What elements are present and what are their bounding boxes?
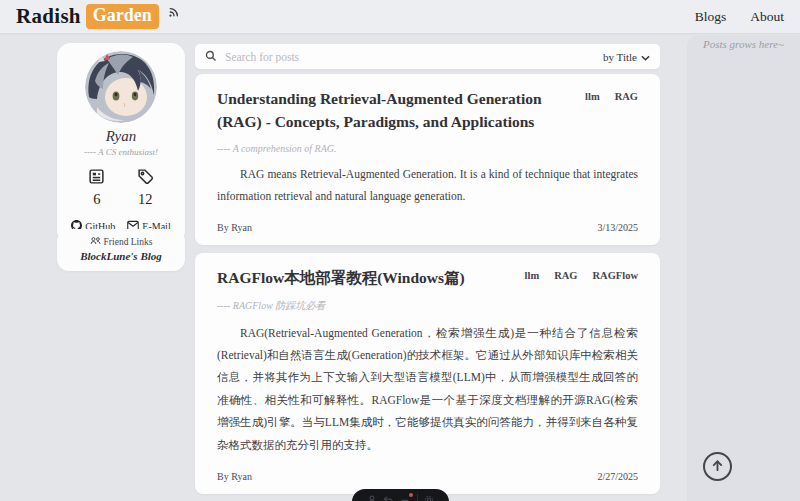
- search-icon: [205, 48, 217, 66]
- post-tag[interactable]: RAG: [554, 270, 577, 281]
- post-title[interactable]: RAGFlow本地部署教程(Windows篇): [217, 266, 465, 289]
- post-tag[interactable]: llm: [525, 270, 540, 281]
- nav-blogs[interactable]: Blogs: [695, 9, 727, 25]
- dock-settings-icon[interactable]: [424, 495, 434, 501]
- tags-count: 12: [138, 191, 153, 208]
- bottom-dock: [352, 489, 449, 501]
- post-excerpt: RAG means Retrieval-Augmented Generation…: [217, 163, 638, 208]
- profile-tagline: ---- A CS enthusiast!: [57, 147, 185, 157]
- notification-badge: [409, 493, 413, 497]
- post-subtitle: ---- A comprehension of RAG.: [217, 143, 638, 154]
- dock-user-icon[interactable]: [367, 495, 377, 501]
- rss-icon[interactable]: [168, 4, 180, 22]
- post-tags: llm RAG: [585, 87, 638, 102]
- sort-selector[interactable]: by Title: [603, 51, 650, 63]
- dock-notification-icon[interactable]: [400, 495, 410, 501]
- post-head: Understanding Retrieval-Augmented Genera…: [217, 87, 638, 134]
- post-footer: By Ryan 2/27/2025: [217, 471, 638, 482]
- dock-divider: [417, 494, 418, 501]
- search-input[interactable]: [225, 51, 603, 63]
- sort-label: by Title: [603, 51, 637, 63]
- post-excerpt: RAG(Retrieval-Augmented Generation，检索增强生…: [217, 322, 638, 457]
- profile-stats: 6 12: [57, 168, 185, 208]
- top-header: Radish Garden Blogs About: [0, 0, 800, 33]
- arrow-up-icon: [711, 458, 724, 476]
- stat-tags[interactable]: 12: [137, 168, 154, 208]
- scroll-to-top-button[interactable]: [703, 452, 732, 481]
- site-logo[interactable]: Radish Garden: [16, 4, 180, 29]
- nav-about[interactable]: About: [750, 9, 784, 25]
- site-logo-primary: Radish: [16, 4, 81, 29]
- post-subtitle: ---- RAGFlow 防踩坑必看: [217, 299, 638, 313]
- post-card[interactable]: RAGFlow本地部署教程(Windows篇) llm RAG RAGFlow …: [195, 253, 660, 494]
- friend-link-blocklune[interactable]: BlockLune's Blog: [57, 250, 185, 262]
- right-gutter-panel: Posts grows here~: [687, 36, 800, 501]
- post-tags: llm RAG RAGFlow: [525, 266, 638, 281]
- friend-links-header: Friend Links: [57, 236, 185, 247]
- post-card[interactable]: Understanding Retrieval-Augmented Genera…: [195, 74, 660, 245]
- avatar[interactable]: [85, 51, 157, 123]
- post-author: By Ryan: [217, 471, 252, 482]
- post-date: 3/13/2025: [597, 222, 638, 233]
- posts-list: Understanding Retrieval-Augmented Genera…: [195, 74, 660, 501]
- chevron-down-icon: [641, 51, 650, 63]
- post-tag[interactable]: RAGFlow: [593, 270, 639, 281]
- post-tag[interactable]: RAG: [615, 91, 638, 102]
- friends-icon: [90, 236, 101, 247]
- tag-icon: [137, 168, 154, 189]
- post-author: By Ryan: [217, 222, 252, 233]
- post-title[interactable]: Understanding Retrieval-Augmented Genera…: [217, 87, 569, 134]
- gutter-note: Posts grows here~: [687, 38, 800, 50]
- dock-share-icon[interactable]: [383, 495, 393, 501]
- profile-card: Ryan ---- A CS enthusiast! 6 12 GitHub: [57, 43, 185, 245]
- post-tag[interactable]: llm: [585, 91, 600, 102]
- search-bar: by Title: [195, 44, 660, 69]
- stat-posts[interactable]: 6: [88, 168, 105, 208]
- site-logo-accent: Garden: [86, 4, 159, 29]
- post-head: RAGFlow本地部署教程(Windows篇) llm RAG RAGFlow: [217, 266, 638, 289]
- post-date: 2/27/2025: [597, 471, 638, 482]
- friend-links-title: Friend Links: [104, 237, 153, 247]
- posts-icon: [88, 168, 105, 189]
- posts-count: 6: [93, 191, 100, 208]
- friend-links-card: Friend Links BlockLune's Blog: [57, 229, 185, 271]
- post-footer: By Ryan 3/13/2025: [217, 222, 638, 233]
- profile-name: Ryan: [57, 128, 185, 145]
- header-nav: Blogs About: [695, 9, 784, 25]
